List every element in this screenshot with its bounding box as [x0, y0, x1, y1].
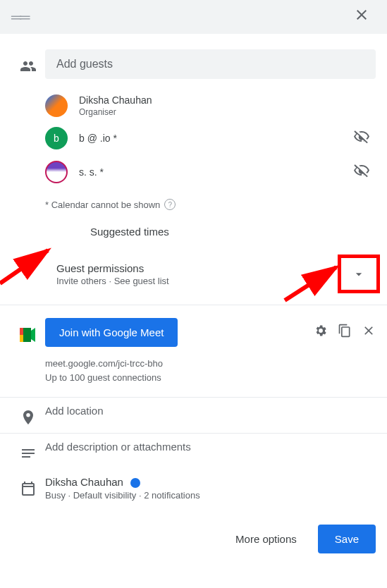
gear-icon — [314, 324, 328, 338]
guest-permissions-row: Guest permissions Invite others · See gu… — [0, 247, 387, 305]
guest-list: Diksha Chauhan Organiser b b @ .io * s. … — [0, 85, 387, 189]
description-row[interactable]: Add description or attachments — [0, 434, 387, 469]
guests-section — [0, 41, 387, 85]
guest-name: s. s. * — [79, 166, 348, 178]
dialog-footer: More options Save — [0, 508, 387, 565]
visibility-off-button[interactable] — [348, 159, 376, 185]
location-placeholder: Add location — [45, 405, 376, 417]
guest-role: Organiser — [79, 107, 376, 117]
description-placeholder: Add description or attachments — [45, 441, 376, 453]
svg-rect-3 — [20, 335, 23, 342]
meet-capacity: Up to 100 guest connections — [45, 371, 376, 385]
guest-name: b @ .io * — [79, 133, 348, 144]
calendar-icon — [11, 476, 45, 497]
visibility-off-button[interactable] — [348, 125, 376, 151]
meet-url: meet.google.com/jci-trcc-bho — [45, 357, 376, 371]
visibility-off-icon — [353, 128, 370, 145]
location-icon — [11, 405, 45, 426]
save-button[interactable]: Save — [318, 525, 376, 553]
guest-item: b b @ .io * — [45, 121, 376, 155]
calendar-owner-row[interactable]: Diksha Chauhan Busy · Default visibility… — [0, 469, 387, 508]
calendar-note-text: * Calendar cannot be shown — [45, 200, 160, 210]
meet-icon — [11, 324, 45, 342]
add-guests-input[interactable] — [45, 49, 376, 79]
meet-remove-button[interactable] — [362, 324, 376, 341]
dialog-header: ══ — [0, 0, 387, 34]
owner-sub: Busy · Default visibility · 2 notificati… — [45, 490, 376, 501]
suggested-times-link[interactable]: Suggested times — [0, 216, 387, 247]
svg-line-0 — [0, 250, 48, 283]
notes-icon — [11, 441, 45, 462]
permissions-title: Guest permissions — [56, 262, 338, 274]
permissions-sub: Invite others · See guest list — [56, 276, 338, 286]
svg-rect-4 — [23, 328, 31, 342]
meet-section: Join with Google Meet — [0, 305, 387, 353]
join-meet-button[interactable]: Join with Google Meet — [45, 318, 178, 347]
expand-permissions-button[interactable] — [338, 255, 380, 293]
guest-name: Diksha Chauhan — [79, 94, 376, 106]
close-icon — [362, 324, 376, 338]
location-row[interactable]: Add location — [0, 398, 387, 433]
owner-name: Diksha Chauhan — [45, 476, 123, 488]
avatar: b — [45, 127, 68, 149]
help-icon[interactable]: ? — [164, 199, 176, 210]
people-icon — [11, 54, 45, 75]
close-button[interactable] — [348, 1, 376, 33]
avatar — [45, 161, 68, 183]
calendar-note: * Calendar cannot be shown ? — [0, 189, 387, 216]
guest-item: s. s. * — [45, 155, 376, 189]
meet-settings-button[interactable] — [314, 324, 328, 341]
copy-icon — [338, 324, 352, 338]
chevron-down-icon — [352, 267, 366, 281]
svg-rect-2 — [20, 328, 23, 335]
avatar — [45, 94, 68, 117]
close-icon — [353, 6, 370, 23]
meet-copy-button[interactable] — [338, 324, 352, 341]
calendar-color-dot — [130, 478, 140, 488]
guest-item-organiser: Diksha Chauhan Organiser — [45, 90, 376, 121]
more-options-button[interactable]: More options — [226, 526, 307, 552]
drag-handle-icon[interactable]: ══ — [11, 9, 28, 25]
meet-info: meet.google.com/jci-trcc-bho Up to 100 g… — [0, 353, 387, 397]
visibility-off-icon — [353, 162, 370, 179]
